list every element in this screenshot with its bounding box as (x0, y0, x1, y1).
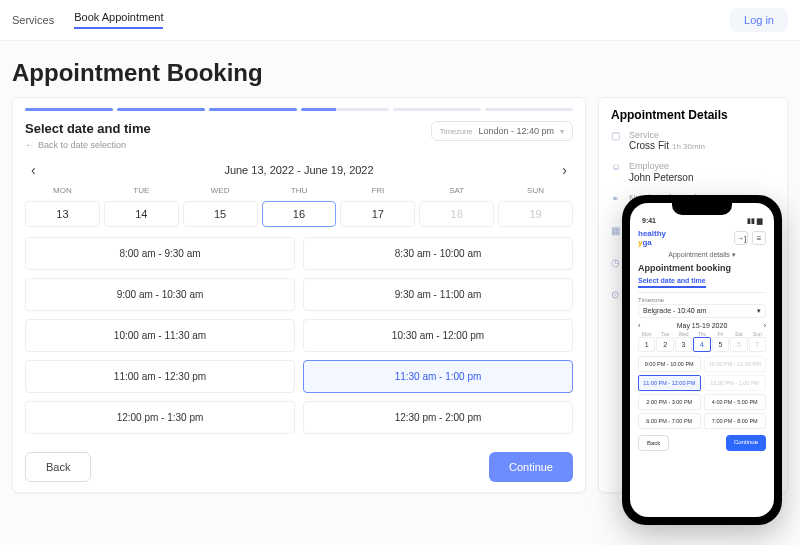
day-16[interactable]: 16 (262, 201, 337, 227)
timezone-select[interactable]: Timezone London - 12:40 pm ▾ (431, 121, 573, 141)
nav-book-appointment[interactable]: Book Appointment (74, 11, 163, 29)
time-slots: 8:00 am - 9:30 am 8:30 am - 10:00 am 9:0… (25, 237, 573, 434)
continue-button[interactable]: Continue (489, 452, 573, 482)
back-to-date-link[interactable]: ← Back to date selection (25, 140, 431, 150)
mobile-slot[interactable]: 10:00 PM - 11:00 PM (704, 356, 767, 372)
time-slot[interactable]: 12:00 pm - 1:30 pm (25, 401, 295, 434)
day-19[interactable]: 19 (498, 201, 573, 227)
mobile-day[interactable]: 1 (638, 337, 655, 352)
time-slot[interactable]: 8:00 am - 9:30 am (25, 237, 295, 270)
time-slot[interactable]: 9:00 am - 10:30 am (25, 278, 295, 311)
menu-icon[interactable]: ≡ (752, 231, 766, 245)
page-title: Appointment Booking (0, 41, 800, 97)
mobile-timezone[interactable]: Belgrade - 10:40 am▾ (638, 304, 766, 318)
briefcase-icon: ▢ (611, 130, 623, 141)
mobile-slot[interactable]: 12:00 PM - 1:00 PM (704, 375, 767, 391)
mobile-preview: 9:41▮▮ ▆ healthyyga →]≡ Appointment deta… (622, 195, 782, 525)
chevron-down-icon: ▾ (560, 127, 564, 136)
login-button[interactable]: Log in (730, 8, 788, 32)
chevron-down-icon: ▾ (732, 251, 736, 258)
back-button[interactable]: Back (25, 452, 91, 482)
mobile-day[interactable]: 7 (749, 337, 766, 352)
day-15[interactable]: 15 (183, 201, 258, 227)
next-week-button[interactable]: › (556, 160, 573, 180)
mobile-back-button[interactable]: Back (638, 435, 669, 451)
day-18[interactable]: 18 (419, 201, 494, 227)
arrow-left-icon: ← (25, 140, 34, 150)
mobile-slot[interactable]: 4:00 PM - 5:00 PM (704, 394, 767, 410)
signal-icon: ▮▮ ▆ (747, 217, 762, 225)
user-icon: ☺ (611, 161, 623, 172)
details-title: Appointment Details (611, 108, 775, 122)
mobile-day[interactable]: 3 (675, 337, 692, 352)
mobile-day[interactable]: 5 (712, 337, 729, 352)
mobile-section: Select date and time (638, 277, 706, 288)
time-slot[interactable]: 12:30 pm - 2:00 pm (303, 401, 573, 434)
mobile-logo: healthyyga (638, 229, 666, 247)
mobile-prev-week[interactable]: ‹ (638, 322, 640, 329)
mobile-slot[interactable]: 6:00 PM - 7:00 PM (638, 413, 701, 429)
time-slot[interactable]: 11:00 am - 12:30 pm (25, 360, 295, 393)
day-13[interactable]: 13 (25, 201, 100, 227)
login-icon[interactable]: →] (734, 231, 748, 245)
time-slot[interactable]: 9:30 am - 11:00 am (303, 278, 573, 311)
mobile-next-week[interactable]: › (764, 322, 766, 329)
prev-week-button[interactable]: ‹ (25, 160, 42, 180)
people-icon: ⚭ (611, 193, 623, 204)
nav-services[interactable]: Services (12, 14, 54, 26)
progress-bar (25, 108, 573, 111)
top-nav: Services Book Appointment Log in (0, 0, 800, 41)
date-range: June 13, 2022 - June 19, 2022 (224, 164, 373, 176)
mobile-day[interactable]: 4 (693, 337, 710, 352)
mobile-slot[interactable]: 9:00 PM - 10:00 PM (638, 356, 701, 372)
mobile-day[interactable]: 2 (656, 337, 673, 352)
day-14[interactable]: 14 (104, 201, 179, 227)
mobile-slot[interactable]: 7:00 PM - 8:00 PM (704, 413, 767, 429)
mobile-title: Appointment booking (638, 263, 766, 273)
mobile-day[interactable]: 5 (730, 337, 747, 352)
mobile-slot[interactable]: 11:00 PM - 12:00 PM (638, 375, 701, 391)
mobile-breadcrumb[interactable]: Appointment details ▾ (638, 251, 766, 259)
mobile-slot[interactable]: 2:00 PM - 3:00 PM (638, 394, 701, 410)
booking-wizard: Timezone London - 12:40 pm ▾ Select date… (12, 97, 586, 493)
time-slot[interactable]: 10:00 am - 11:30 am (25, 319, 295, 352)
day-17[interactable]: 17 (340, 201, 415, 227)
time-slot-selected[interactable]: 11:30 am - 1:00 pm (303, 360, 573, 393)
time-slot[interactable]: 10:30 am - 12:00 pm (303, 319, 573, 352)
mobile-continue-button[interactable]: Continue (726, 435, 766, 451)
time-slot[interactable]: 8:30 am - 10:00 am (303, 237, 573, 270)
weekday-labels: MON TUE WED THU FRI SAT SUN (25, 186, 573, 195)
